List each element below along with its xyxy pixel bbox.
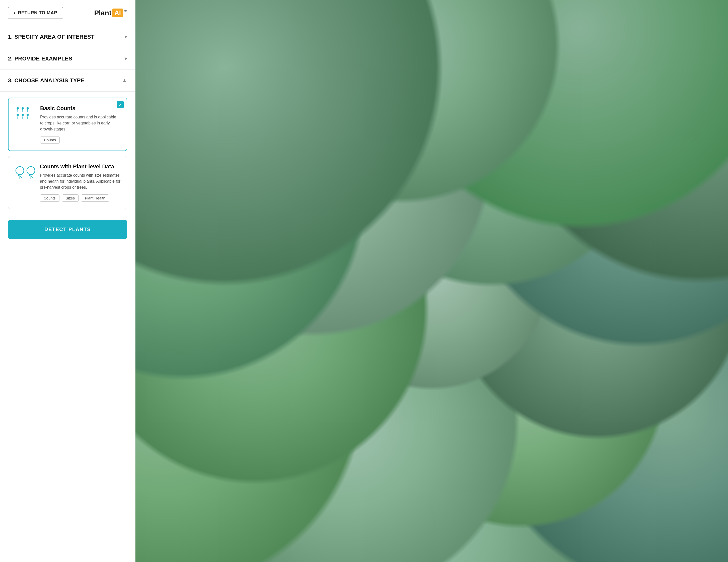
header: ‹ RETURN TO MAP Plant AI ™: [0, 0, 135, 26]
plant-level-icon: [14, 163, 34, 182]
basic-counts-tags: Counts: [40, 136, 121, 144]
section-2-chevron-icon: ▾: [124, 55, 127, 62]
return-label: RETURN TO MAP: [18, 10, 57, 16]
basic-counts-card[interactable]: ✓: [8, 98, 127, 151]
section-3-chevron-icon: ▲: [122, 77, 127, 84]
section-1-header[interactable]: 1. SPECIFY AREA OF INTEREST ▾: [8, 34, 127, 40]
section-2-title: 2. PROVIDE EXAMPLES: [8, 55, 72, 62]
plant-level-description: Provides accurate counts with size estim…: [40, 172, 121, 190]
return-to-map-button[interactable]: ‹ RETURN TO MAP: [8, 7, 63, 19]
svg-point-1: [17, 107, 19, 109]
basic-counts-title: Basic Counts: [40, 105, 121, 112]
plant-level-tag-sizes: Sizes: [62, 194, 79, 202]
right-panel-map: [135, 0, 728, 562]
svg-point-3: [22, 107, 24, 109]
plant-level-card[interactable]: Counts with Plant-level Data Provides ac…: [8, 156, 127, 209]
section-1-chevron-icon: ▾: [124, 34, 127, 40]
left-panel: ‹ RETURN TO MAP Plant AI ™ 1. SPECIFY AR…: [0, 0, 135, 562]
plant-level-tag-plant-health: Plant Health: [81, 194, 109, 202]
section-2-header[interactable]: 2. PROVIDE EXAMPLES ▾: [8, 55, 127, 62]
section-1-title: 1. SPECIFY AREA OF INTEREST: [8, 34, 95, 40]
svg-point-7: [17, 114, 19, 116]
logo-trademark: ™: [124, 10, 127, 13]
plant-level-body: Counts with Plant-level Data Provides ac…: [40, 163, 121, 202]
section-3-title: 3. CHOOSE ANALYSIS TYPE: [8, 77, 85, 84]
section-3-choose-analysis: 3. CHOOSE ANALYSIS TYPE ▲: [0, 70, 135, 92]
basic-counts-tag-counts: Counts: [40, 136, 60, 144]
basic-counts-body: Basic Counts Provides accurate counts an…: [40, 105, 121, 144]
plant-level-title: Counts with Plant-level Data: [40, 163, 121, 170]
logo-plant-text: Plant: [94, 9, 111, 17]
selected-checkmark: ✓: [117, 101, 124, 108]
cabbage-background: [135, 0, 728, 562]
section-2-provide-examples: 2. PROVIDE EXAMPLES ▾: [0, 48, 135, 70]
basic-counts-icon: [15, 105, 35, 121]
plant-level-tags: Counts Sizes Plant Health: [40, 194, 121, 202]
detect-plants-button[interactable]: DETECT PLANTS: [8, 220, 127, 239]
chevron-left-icon: ‹: [14, 10, 16, 16]
plant-image: [135, 0, 728, 562]
section-1-area-of-interest: 1. SPECIFY AREA OF INTEREST ▾: [0, 26, 135, 48]
analysis-options: ✓: [0, 92, 135, 214]
svg-point-5: [27, 107, 29, 109]
svg-point-9: [22, 114, 24, 116]
plant-level-tag-counts: Counts: [40, 194, 59, 202]
svg-point-17: [27, 167, 35, 175]
svg-point-11: [27, 114, 29, 116]
svg-point-13: [16, 167, 24, 175]
basic-counts-description: Provides accurate counts and is applicab…: [40, 114, 121, 132]
logo-ai-box: AI: [112, 9, 123, 17]
logo: Plant AI ™: [94, 9, 127, 17]
section-3-header[interactable]: 3. CHOOSE ANALYSIS TYPE ▲: [8, 77, 127, 84]
